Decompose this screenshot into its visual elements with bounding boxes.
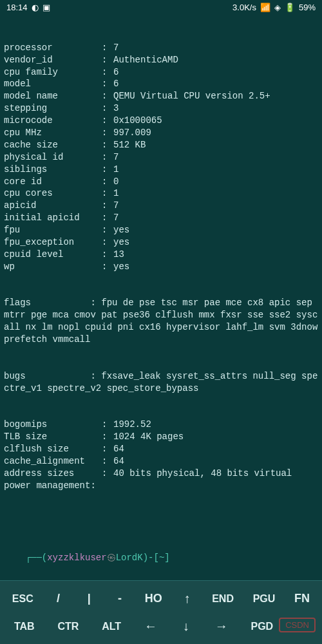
cpuinfo-row: processor: 7 — [4, 42, 318, 54]
cpuinfo-row: cpu family: 6 — [4, 66, 318, 79]
cpuinfo-row: fpu_exception: yes — [4, 236, 318, 249]
cpuinfo-row: clflush size: 64 — [4, 443, 318, 455]
status-bar: 18:14 ◐ ▣ 3.0K/s 📶 ◈ 🔋 59% — [0, 0, 322, 15]
kb-key-pgd[interactable]: PGD — [247, 618, 278, 635]
net-speed: 3.0K/s — [232, 3, 256, 12]
kb-key-ho[interactable]: HO — [141, 589, 166, 608]
kb-key-alt[interactable]: ALT — [98, 618, 125, 635]
signal-icon: 📶 — [260, 3, 270, 12]
battery-pct: 59% — [299, 3, 316, 12]
kb-key-↓[interactable]: ↓ — [176, 616, 196, 636]
prompt-line: ┌──(xyzzklkuser㉿LordK)-[~] — [4, 540, 318, 576]
wifi-icon: ◈ — [274, 3, 281, 12]
cpuinfo-row: TLB size: 1024 4K pages — [4, 431, 318, 443]
kb-key-|[interactable]: | — [79, 589, 99, 608]
cpuinfo-row: cpuid level: 13 — [4, 249, 318, 261]
cpuinfo-row: cpu cores: 1 — [4, 187, 318, 200]
cpuinfo-row: bogomips: 1992.52 — [4, 419, 318, 431]
status-time: 18:14 — [6, 3, 28, 12]
kb-key-pgu[interactable]: PGU — [249, 591, 279, 607]
kb-key-↑[interactable]: ↑ — [177, 589, 196, 609]
cpuinfo-row: fpu: yes — [4, 224, 318, 236]
kb-key-end[interactable]: END — [208, 591, 238, 607]
cpuinfo-row: cpu MHz: 997.009 — [4, 127, 318, 139]
cpuinfo-row: apicid: 7 — [4, 200, 318, 212]
soft-keyboard: ESC/|-HO↑ENDPGUFN TABCTRALT←↓→PGD — [0, 580, 322, 644]
kb-key-fn[interactable]: FN — [290, 589, 314, 608]
cpuinfo-row: model: 6 — [4, 78, 318, 90]
kb-key-esc[interactable]: ESC — [8, 591, 37, 607]
cpuinfo-row: physical id: 7 — [4, 151, 318, 164]
cpuinfo-row: cache_alignment: 64 — [4, 455, 318, 468]
cpuinfo-row: power management: — [4, 480, 318, 492]
cpuinfo-row: cache size: 512 KB — [4, 139, 318, 151]
flags-row: flags : fpu de pse tsc msr pae mce cx8 a… — [4, 297, 318, 346]
cpuinfo-row: address sizes: 40 bits physical, 48 bits… — [4, 468, 318, 480]
bugs-row: bugs : fxsave_leak sysret_ss_attrs null_… — [4, 370, 318, 395]
status-icon-2: ▣ — [43, 3, 50, 12]
cpuinfo-row: stepping: 3 — [4, 102, 318, 115]
kb-key--[interactable]: - — [110, 589, 129, 608]
battery-icon: 🔋 — [285, 3, 295, 12]
kb-key-tab[interactable]: TAB — [10, 618, 39, 635]
watermark: CSDN — [279, 618, 316, 632]
cpuinfo-row: model name: QEMU Virtual CPU version 2.5… — [4, 90, 318, 102]
cpuinfo-row: core id: 0 — [4, 176, 318, 188]
kb-key-ctr[interactable]: CTR — [53, 618, 82, 635]
cpuinfo-row: initial apicid: 7 — [4, 212, 318, 224]
cpuinfo-row: wp: yes — [4, 261, 318, 273]
cpuinfo-row: microcode: 0x1000065 — [4, 115, 318, 127]
kb-key-→[interactable]: → — [211, 616, 232, 636]
kb-key-/[interactable]: / — [49, 589, 68, 608]
cpuinfo-row: vendor_id: AuthenticAMD — [4, 54, 318, 66]
cpuinfo-row: siblings: 1 — [4, 164, 318, 176]
kb-key-←[interactable]: ← — [140, 616, 161, 636]
terminal-output[interactable]: processor: 7vendor_id: AuthenticAMDcpu f… — [0, 15, 322, 644]
status-icon-1: ◐ — [32, 3, 39, 12]
